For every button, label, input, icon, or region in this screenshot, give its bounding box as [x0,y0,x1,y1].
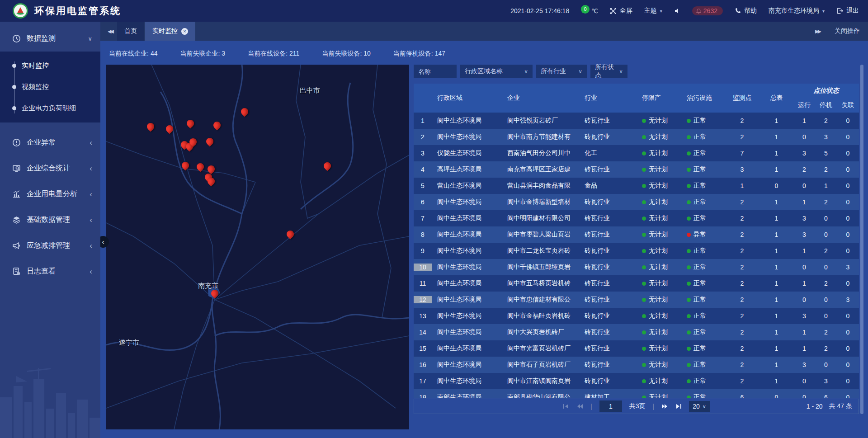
sidebar-item-log-view[interactable]: 日志查看 ‹ [0,259,100,284]
close-tab-icon[interactable]: × [181,28,188,35]
sidebar-item-company-abnormal[interactable]: 企业异常 ‹ [0,130,100,155]
table-row[interactable]: 9 阆中生态环境局 阆中市二龙长宝页岩砖 砖瓦行业 无计划 正常 2 [414,243,859,259]
help-label: 帮助 [744,7,757,15]
scroll-tabs-left-button[interactable]: ◀◀ [100,28,117,34]
logout-button[interactable]: 退出 [836,7,859,15]
cell-running: 1 [793,117,815,124]
cell-production-status: 无计划 [637,117,681,125]
cell-index: 5 [414,182,432,189]
scroll-tabs-right-button[interactable]: ▶▶ [808,28,825,34]
cell-stopped: 0 [815,296,837,303]
notification-badge[interactable]: 2632 [692,6,723,15]
table-row[interactable]: 14 阆中生态环境局 阆中大兴页岩机砖厂 砖瓦行业 无计划 正常 2 [414,324,859,340]
sidebar-item-realtime-monitoring[interactable]: 实时监控 [0,55,100,76]
double-chevron-left-icon: ◀◀ [108,28,113,34]
app-title: 环保用电监管系统 [34,5,121,17]
column-header-monitor: 监测点 [725,84,760,113]
status-dot-icon [642,249,646,253]
page-number-input[interactable] [599,400,622,412]
cell-production-status: 无计划 [637,393,681,398]
datetime: 2021-02-25 17:46:18 [510,7,569,14]
map[interactable]: 巴中市 南充市 遂宁市 [106,65,409,429]
next-page-button[interactable] [661,404,668,409]
table-row[interactable]: 2 阆中生态环境局 阆中市南方节能建材有 砖瓦行业 无计划 正常 2 [414,129,859,145]
cell-monitor-points: 3 [725,166,760,173]
table-row[interactable]: 12 阆中生态环境局 阆中市忠信建材有限公 砖瓦行业 无计划 正常 2 [414,292,859,308]
cell-running: 0 [793,394,815,398]
cell-production-status: 无计划 [637,214,681,222]
cell-running: 3 [793,215,815,222]
sidebar-item-label: 企业综合统计 [27,164,70,173]
pagination-summary: 1 - 20 共 47 条 [807,399,852,414]
industry-select[interactable]: 所有行业 ∨ [536,65,587,78]
chevron-down-icon: ∨ [703,404,706,410]
cell-facility-status: 正常 [681,247,725,255]
logout-icon [836,8,843,14]
table-row[interactable]: 17 阆中生态环境局 阆中市江南镇阆南页岩 砖瓦行业 无计划 正常 2 [414,373,859,389]
cell-region: 阆中生态环境局 [432,263,497,271]
sidebar-item-video-monitoring[interactable]: 视频监控 [0,76,100,98]
top-header: 环保用电监管系统 2021-02-25 17:46:18 0 ℃ 全屏 主题 ▾ [0,0,868,22]
status-dot-icon [687,282,691,286]
help-button[interactable]: 帮助 [735,7,757,15]
first-page-button[interactable] [563,404,569,409]
cell-lost: 3 [837,296,859,303]
table-row[interactable]: 11 阆中生态环境局 阆中市五马桥页岩机砖 砖瓦行业 无计划 正常 2 [414,275,859,292]
previous-page-button[interactable] [576,404,583,409]
table-row[interactable]: 13 阆中生态环境局 阆中市金福旺页岩机砖 砖瓦行业 无计划 正常 2 [414,308,859,324]
table-row[interactable]: 4 高坪生态环境局 南充市高坪区王家店建 砖瓦行业 无计划 正常 3 [414,161,859,178]
region-select[interactable]: 行政区域名称 ∨ [460,65,533,78]
table-row[interactable]: 18 南部生态环境局 南部县砌华山河有限公 建材加工 无计划 正常 6 [414,389,859,398]
table-row[interactable]: 1 阆中生态环境局 阆中强锐页岩砖厂 砖瓦行业 无计划 正常 2 [414,113,859,129]
sidebar-item-emergency-reduction[interactable]: 应急减排管理 ‹ [0,233,100,259]
cell-region: 阆中生态环境局 [432,231,497,239]
name-search-input[interactable] [414,65,457,78]
cell-stopped: 2 [815,247,837,254]
total-pages-label: 共3页 [629,402,646,410]
last-page-button[interactable] [675,404,682,409]
status-dot-icon [687,168,691,172]
sidebar-item-company-statistics[interactable]: 企业综合统计 ‹ [0,155,100,181]
sidebar-item-power-usage-analysis[interactable]: 企业用电量分析 ‹ [0,181,100,207]
cell-industry: 砖瓦行业 [581,165,637,174]
table-row[interactable]: 15 阆中生态环境局 阆中市光富页岩机砖厂 砖瓦行业 无计划 正常 2 [414,340,859,357]
status-select-value: 所有状态 [595,63,615,80]
table-row[interactable]: 10 阆中生态环境局 阆中千佛镇五郎垭页岩 砖瓦行业 无计划 正常 2 [414,259,859,275]
cell-production-status: 无计划 [637,247,681,255]
table-row[interactable]: 7 阆中生态环境局 阆中明阳建材有限公司 砖瓦行业 无计划 正常 2 [414,210,859,226]
cell-monitor-points: 2 [725,312,760,320]
cell-company: 阆中市二龙长宝页岩砖 [497,247,581,255]
vertical-scrollbar[interactable] [860,65,863,414]
tab-bar: ◀◀ 首页 实时监控 × ▶▶ 关闭操作 [100,22,868,41]
cell-main-meters: 1 [760,377,793,385]
tab-home[interactable]: 首页 [117,22,144,41]
cell-industry: 砖瓦行业 [581,247,637,255]
table-row[interactable]: 5 营山生态环境局 营山县润丰肉食品有限 食品 无计划 正常 1 [414,178,859,194]
page-size-select[interactable]: 20 ∨ [689,401,710,412]
cell-main-meters: 1 [760,198,793,206]
close-operations-button[interactable]: 关闭操作 [835,27,860,35]
sidebar-item-data-monitoring[interactable]: 数据监测 ∨ [0,25,100,52]
alert-circle-icon [12,138,21,147]
table-row[interactable]: 16 阆中生态环境局 阆中市石子页岩机砖厂 砖瓦行业 无计划 正常 2 [414,357,859,373]
fullscreen-button[interactable]: 全屏 [610,7,632,15]
cell-industry: 砖瓦行业 [581,133,637,141]
table-row[interactable]: 3 仪陇生态环境局 西南油气田分公司川中 化工 无计划 正常 7 [414,145,859,161]
status-select[interactable]: 所有状态 ∨ [590,65,627,78]
sidebar-item-power-load-detail[interactable]: 企业电力负荷明细 [0,98,100,119]
cell-lost: 0 [837,133,859,141]
tab-realtime-monitoring[interactable]: 实时监控 × [145,22,195,41]
sidebar-subitem-label: 实时监控 [22,61,49,70]
theme-dropdown[interactable]: 主题 ▾ [644,7,662,15]
table-header: 行政区域 企业 行业 停限产 治污设施 监测点 总表 点位状态 运行 停机 失联 [414,84,859,113]
cell-running: 3 [793,231,815,238]
column-group-point-status: 点位状态 运行 停机 失联 [793,84,859,113]
enterprise-table-panel: 行政区域名称 ∨ 所有行业 ∨ 所有状态 ∨ 行政区域 企业 行业 停限产 治污… [414,65,859,414]
mute-button[interactable] [674,8,680,14]
table-row[interactable]: 8 阆中生态环境局 阆中市枣碧大梁山页岩 砖瓦行业 无计划 异常 2 [414,226,859,243]
cell-lost: 0 [837,377,859,385]
org-dropdown[interactable]: 南充市生态环境局 ▾ [769,7,825,15]
sidebar-item-base-data-management[interactable]: 基础数据管理 ‹ [0,207,100,233]
table-row[interactable]: 6 阆中生态环境局 阆中市金博瑞新型墙材 砖瓦行业 无计划 正常 2 [414,194,859,210]
cell-company: 阆中市金博瑞新型墙材 [497,198,581,206]
